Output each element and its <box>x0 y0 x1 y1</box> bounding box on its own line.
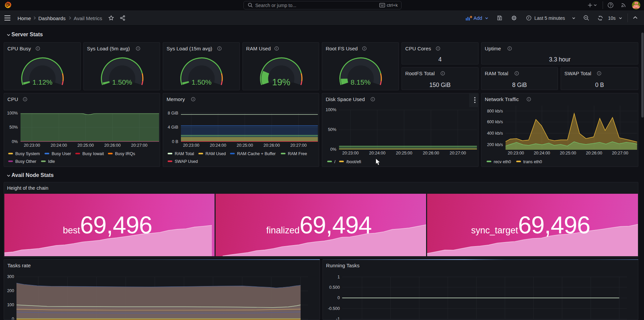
svg-text:20:23:00: 20:23:00 <box>24 143 40 148</box>
svg-text:8.15%: 8.15% <box>351 78 371 86</box>
svg-text:recv eth0: recv eth0 <box>494 159 511 164</box>
svg-text:1: 1 <box>337 275 340 279</box>
svg-text:Idle: Idle <box>48 159 55 164</box>
svg-text:0%: 0% <box>331 147 337 152</box>
svg-text:Busy User: Busy User <box>52 151 71 156</box>
svg-text:400 kb/s: 400 kb/s <box>487 131 503 136</box>
svg-text:Busy System: Busy System <box>15 151 40 156</box>
svg-text:20:26:00: 20:26:00 <box>586 151 602 155</box>
svg-text:20:27:00: 20:27:00 <box>291 143 307 148</box>
svg-text:8 GiB: 8 GiB <box>168 111 178 116</box>
svg-text:20:26:00: 20:26:00 <box>423 151 440 155</box>
svg-text:20:23:00: 20:23:00 <box>507 151 524 155</box>
svg-text:1.50%: 1.50% <box>192 78 212 86</box>
svg-text:/boot/efi: /boot/efi <box>346 159 361 164</box>
svg-text:100: 100 <box>7 303 14 307</box>
svg-text:SWAP Used: SWAP Used <box>175 159 198 164</box>
svg-text:/: / <box>334 159 336 164</box>
svg-text:50%: 50% <box>328 127 337 132</box>
svg-text:Busy Other: Busy Other <box>15 159 37 164</box>
svg-text:20:24:00: 20:24:00 <box>534 151 550 155</box>
svg-text:20:24:00: 20:24:00 <box>369 151 386 155</box>
svg-text:0%: 0% <box>12 139 18 144</box>
svg-text:19%: 19% <box>272 77 290 87</box>
svg-text:20:27:00: 20:27:00 <box>612 151 628 155</box>
svg-text:20:24:00: 20:24:00 <box>50 143 67 148</box>
svg-text:20:27:00: 20:27:00 <box>450 151 466 155</box>
svg-text:RAM Total: RAM Total <box>175 151 194 156</box>
svg-text:RAM Cache + Buffer: RAM Cache + Buffer <box>237 151 276 156</box>
svg-text:RAM Free: RAM Free <box>288 151 307 156</box>
svg-text:20:24:00: 20:24:00 <box>210 143 226 148</box>
svg-text:-1: -1 <box>336 317 340 320</box>
svg-text:Busy IRQs: Busy IRQs <box>115 151 135 156</box>
svg-text:-0.500: -0.500 <box>328 306 340 311</box>
svg-text:50%: 50% <box>9 125 18 130</box>
svg-text:20:25:00: 20:25:00 <box>77 143 94 148</box>
svg-text:100%: 100% <box>326 107 337 112</box>
svg-text:20:26:00: 20:26:00 <box>264 143 280 148</box>
svg-text:200 kb/s: 200 kb/s <box>487 142 503 147</box>
svg-text:300: 300 <box>7 274 14 279</box>
svg-text:1.12%: 1.12% <box>33 78 53 86</box>
svg-text:0: 0 <box>337 295 340 300</box>
svg-text:20:25:00: 20:25:00 <box>560 151 576 155</box>
svg-text:4 GiB: 4 GiB <box>168 125 178 130</box>
svg-text:20:25:00: 20:25:00 <box>396 151 413 155</box>
svg-text:20:23:00: 20:23:00 <box>183 143 199 148</box>
svg-text:800 kb/s: 800 kb/s <box>487 109 503 113</box>
svg-text:600 kb/s: 600 kb/s <box>487 120 503 124</box>
svg-text:0 B: 0 B <box>172 139 178 144</box>
svg-text:0.500: 0.500 <box>329 285 340 290</box>
svg-text:100%: 100% <box>7 111 18 116</box>
svg-text:0: 0 <box>12 317 14 320</box>
svg-text:trans eth0: trans eth0 <box>523 159 542 164</box>
svg-text:200: 200 <box>7 288 14 293</box>
svg-text:RAM Used: RAM Used <box>205 151 226 156</box>
svg-text:20:27:00: 20:27:00 <box>131 143 148 148</box>
svg-text:20:26:00: 20:26:00 <box>104 143 121 148</box>
svg-text:Busy Iowait: Busy Iowait <box>82 151 104 156</box>
svg-text:20:23:00: 20:23:00 <box>342 151 359 155</box>
svg-text:1.50%: 1.50% <box>112 78 132 86</box>
svg-text:20:25:00: 20:25:00 <box>237 143 253 148</box>
